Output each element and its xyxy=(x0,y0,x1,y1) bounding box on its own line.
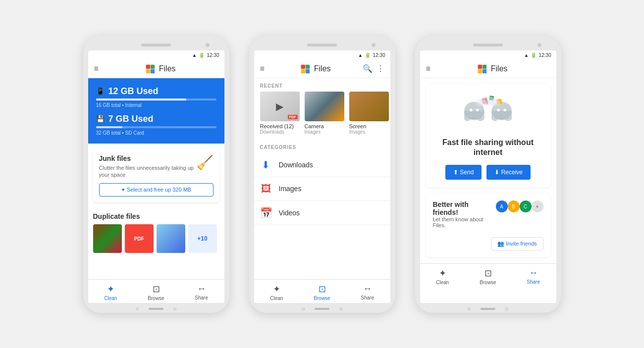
nav-clean-3[interactable]: ✦ Clean xyxy=(420,268,466,285)
phone-bottom-2 xyxy=(254,303,390,313)
storage-internal: 📱 12 GB Used 16 GB total • Internal xyxy=(96,86,216,108)
phone-top-bar-1 xyxy=(88,44,224,47)
nav-clean-1[interactable]: ✦ Clean xyxy=(88,284,134,301)
recent-item-camera[interactable]: Camera Images xyxy=(305,92,344,135)
storage-sd-bar xyxy=(96,126,216,128)
storage-sd-header: 💾 7 GB Used xyxy=(96,114,216,124)
avatar-plus: + xyxy=(532,200,543,212)
friends-info: Better with friends! Let them know about… xyxy=(433,200,496,228)
signal-icon-3: ▲ xyxy=(524,52,529,58)
category-downloads[interactable]: ⬇ Downloads xyxy=(254,153,390,177)
bottom-nav-1: ✦ Clean ⊡ Browse ↔ Share xyxy=(88,279,224,303)
nav-clean-2[interactable]: ✦ Clean xyxy=(254,284,300,301)
select-free-button[interactable]: ✦ Select and free up 320 MB xyxy=(99,183,214,197)
phone-3: ▲ 🔋 12:30 ≡ Files xyxy=(415,36,561,313)
svg-rect-5 xyxy=(306,64,310,68)
storage-sd-used: 7 GB Used xyxy=(108,114,154,124)
hamburger-icon-1[interactable]: ≡ xyxy=(94,64,99,73)
friends-title: Better with friends! xyxy=(433,200,496,216)
svg-point-15 xyxy=(476,108,479,111)
nav-dot-back-1 xyxy=(136,307,139,310)
more-icon-2[interactable]: ⋮ xyxy=(376,64,384,73)
status-bar-3: ▲ 🔋 12:30 xyxy=(420,50,556,60)
sharing-illustration xyxy=(458,92,518,132)
time-2: 12:30 xyxy=(373,52,385,58)
share-icon-2: ↔ xyxy=(363,284,372,294)
hamburger-icon-3[interactable]: ≡ xyxy=(426,64,430,73)
invite-friends-button[interactable]: 👥 Invite friends xyxy=(491,237,543,250)
share-icon-1: ↔ xyxy=(197,284,206,294)
home-indicator-2 xyxy=(315,308,329,310)
phone-screen-2: ▲ 🔋 12:30 ≡ Files 🔍 ⋮ xyxy=(254,50,390,303)
svg-point-25 xyxy=(476,99,486,106)
junk-header: Junk files Clutter the files unnecessari… xyxy=(99,154,214,179)
videos-label: Videos xyxy=(279,209,300,217)
clean-label-1: Clean xyxy=(104,296,117,301)
nav-dot-recent-3 xyxy=(505,307,508,310)
svg-point-19 xyxy=(503,108,506,111)
friends-subtitle: Let them know about Files. xyxy=(433,216,496,228)
files-logo-icon-1 xyxy=(145,64,155,74)
sharing-buttons: ⬆ Send ⬇ Receive xyxy=(445,165,531,180)
svg-point-18 xyxy=(497,108,500,111)
category-videos[interactable]: 📅 Videos xyxy=(254,201,390,225)
category-list: ⬇ Downloads 🖼 Images 📅 Videos xyxy=(254,153,390,279)
recent-name-received: Received (12) xyxy=(260,123,300,129)
app-header-3: ≡ Files xyxy=(420,60,556,78)
storage-sd-detail: 32 GB total • SD Card xyxy=(96,130,216,136)
phone-storage-icon: 📱 xyxy=(96,87,105,95)
browse-icon-3: ⊡ xyxy=(484,268,492,279)
receive-button[interactable]: ⬇ Receive xyxy=(486,165,531,180)
nav-browse-1[interactable]: ⊡ Browse xyxy=(133,284,179,301)
battery-icon-2: 🔋 xyxy=(365,52,371,58)
hamburger-icon-2[interactable]: ≡ xyxy=(260,64,265,73)
nav-share-3[interactable]: ↔ Share xyxy=(511,268,556,285)
send-button[interactable]: ⬆ Send xyxy=(445,165,482,180)
recent-type-screen: Images xyxy=(349,129,389,135)
recent-item-screen[interactable]: Screen Images xyxy=(349,92,389,135)
images-icon: 🖼 xyxy=(260,183,272,195)
nav-share-2[interactable]: ↔ Share xyxy=(345,284,390,301)
junk-card: Junk files Clutter the files unnecessari… xyxy=(93,149,219,203)
bottom-nav-2: ✦ Clean ⊡ Browse ↔ Share xyxy=(254,279,390,303)
storage-internal-header: 📱 12 GB Used xyxy=(96,86,216,97)
nav-share-1[interactable]: ↔ Share xyxy=(179,284,224,301)
category-images[interactable]: 🖼 Images xyxy=(254,177,390,201)
junk-info: Junk files Clutter the files unnecessari… xyxy=(99,154,196,179)
svg-point-14 xyxy=(470,108,473,111)
nav-browse-2[interactable]: ⊡ Browse xyxy=(299,284,345,301)
recent-item-received[interactable]: ▶ PDF Received (12) Downloads xyxy=(260,92,300,135)
app-header-1: ≡ Files xyxy=(88,60,224,78)
friends-header: Better with friends! Let them know about… xyxy=(433,200,543,228)
pdf-badge: PDF xyxy=(288,115,298,119)
downloads-icon: ⬇ xyxy=(260,159,272,171)
duplicate-thumbs: PDF +10 xyxy=(93,224,219,253)
phone-top-bar-2 xyxy=(254,44,390,47)
nav-dot-back-2 xyxy=(302,307,305,310)
junk-title: Junk files xyxy=(99,154,196,162)
phone-speaker-3 xyxy=(473,44,503,47)
phone-camera-1 xyxy=(206,43,210,47)
play-icon: ▶ xyxy=(276,100,283,112)
friends-card: Better with friends! Let them know about… xyxy=(426,194,550,257)
nav-browse-3[interactable]: ⊡ Browse xyxy=(465,268,511,285)
phone-screen-3: ▲ 🔋 12:30 ≡ Files xyxy=(420,50,556,303)
bottom-nav-3: ✦ Clean ⊡ Browse ↔ Share xyxy=(420,263,556,287)
phone1-content: 📱 12 GB Used 16 GB total • Internal 💾 7 … xyxy=(88,78,224,279)
junk-desc: Clutter the files unnecessarily taking u… xyxy=(99,164,196,179)
app-header-2: ≡ Files 🔍 ⋮ xyxy=(254,60,390,78)
thumb-plus: +10 xyxy=(188,224,217,253)
storage-internal-fill xyxy=(96,99,186,100)
thumb-pdf: PDF xyxy=(125,224,154,253)
search-icon-2[interactable]: 🔍 xyxy=(363,64,373,73)
recent-thumb-screen xyxy=(349,92,389,121)
svg-rect-8 xyxy=(478,64,482,68)
phone-camera-2 xyxy=(372,43,376,47)
videos-icon: 📅 xyxy=(260,207,272,219)
images-label: Images xyxy=(279,185,302,193)
svg-rect-11 xyxy=(483,69,486,73)
phone-top-bar-3 xyxy=(420,44,556,47)
phone-bottom-1 xyxy=(88,303,224,313)
home-indicator-1 xyxy=(149,308,163,310)
phone-speaker-1 xyxy=(141,44,171,47)
